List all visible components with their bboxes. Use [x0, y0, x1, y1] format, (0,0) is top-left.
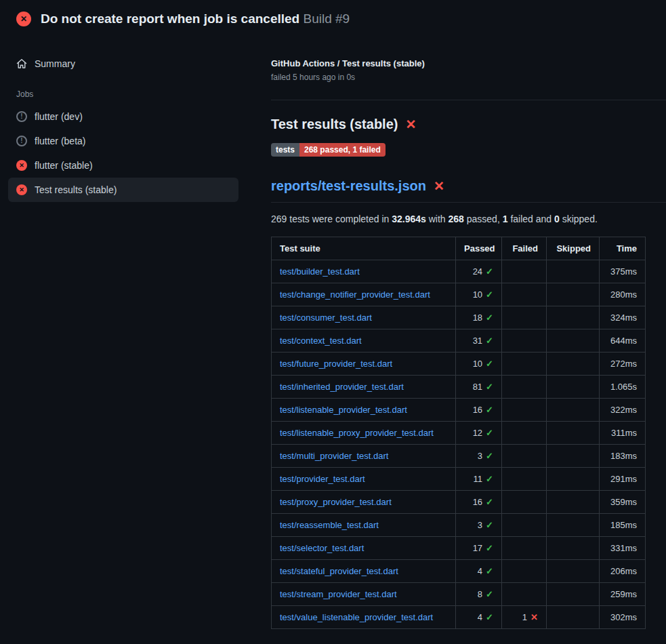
report-file-link[interactable]: reports/test-results.json	[271, 178, 426, 194]
failed-cell	[502, 514, 547, 537]
test-suite-link[interactable]: test/multi_provider_test.dart	[280, 451, 388, 461]
test-suite-link[interactable]: test/value_listenable_provider_test.dart	[280, 612, 433, 622]
test-suite-link[interactable]: test/stateful_provider_test.dart	[280, 566, 398, 576]
suite-cell: test/future_provider_test.dart	[272, 353, 456, 376]
skipped-cell	[547, 606, 600, 629]
table-row: test/inherited_provider_test.dart81✓1.06…	[272, 376, 646, 399]
table-row: test/provider_test.dart11✓291ms	[272, 468, 646, 491]
test-suite-link[interactable]: test/reassemble_test.dart	[280, 520, 379, 530]
passed-cell-count: 17	[473, 543, 482, 553]
sidebar-item-flutter-stable[interactable]: ✕ flutter (stable)	[8, 153, 238, 178]
run-status-line: failed 5 hours ago in 0s	[271, 73, 666, 82]
suite-cell: test/proxy_provider_test.dart	[272, 491, 456, 514]
skipped-cell	[547, 306, 600, 329]
section-title-text: Test results (stable)	[271, 117, 398, 132]
warning-icon: !	[16, 136, 27, 146]
summary-text: failed and	[508, 214, 555, 224]
sidebar-item-flutter-dev[interactable]: ! flutter (dev)	[8, 104, 238, 129]
suite-cell: test/stream_provider_test.dart	[272, 583, 456, 606]
test-suite-link[interactable]: test/context_test.dart	[280, 336, 362, 346]
failed-cell-count: 1	[522, 612, 527, 622]
skipped-cell	[547, 376, 600, 399]
sidebar: Summary Jobs ! flutter (dev) ! flutter (…	[0, 35, 249, 202]
test-suite-link[interactable]: test/listenable_provider_test.dart	[280, 405, 407, 415]
time-cell: 1.065s	[600, 376, 646, 399]
passed-cell-count: 3	[478, 520, 482, 530]
passed-cell-count: 11	[474, 474, 483, 484]
x-glyph: ✕	[19, 187, 24, 193]
check-icon: ✓	[486, 289, 493, 300]
check-icon: ✓	[486, 405, 493, 415]
test-suite-link[interactable]: test/builder_test.dart	[280, 266, 360, 277]
table-row: test/selector_test.dart17✓331ms	[272, 537, 646, 560]
check-icon: ✓	[486, 266, 493, 277]
check-icon: ✓	[486, 520, 493, 530]
failed-cell	[502, 560, 547, 583]
passed-cell-count: 3	[478, 451, 482, 461]
failed-cell	[502, 491, 547, 514]
sidebar-item-flutter-beta[interactable]: ! flutter (beta)	[8, 129, 238, 153]
column-header-failed: Failed	[502, 237, 547, 260]
test-suite-link[interactable]: test/listenable_proxy_provider_test.dart	[280, 428, 434, 438]
badge-label: tests	[271, 143, 299, 157]
check-icon: ✓	[486, 474, 493, 484]
test-suite-link[interactable]: test/consumer_test.dart	[280, 313, 372, 323]
time-cell: 359ms	[600, 491, 646, 514]
tests-status-badge: tests 268 passed, 1 failed	[271, 143, 386, 157]
check-icon: ✓	[486, 497, 493, 507]
divider	[271, 100, 666, 100]
x-glyph: ✕	[19, 163, 24, 169]
test-suite-link[interactable]: test/provider_test.dart	[280, 474, 365, 484]
jobs-section-label: Jobs	[16, 89, 238, 99]
warning-glyph: !	[20, 113, 22, 120]
suite-cell: test/change_notifier_provider_test.dart	[272, 283, 456, 306]
check-icon: ✓	[486, 451, 493, 461]
skipped-cell	[547, 399, 600, 422]
section-title: Test results (stable) ✕	[271, 117, 666, 132]
table-row: test/consumer_test.dart18✓324ms	[272, 306, 646, 329]
suite-cell: test/value_listenable_provider_test.dart	[272, 606, 456, 629]
failed-cell	[502, 283, 547, 306]
failed-cell	[502, 260, 547, 283]
test-suite-link[interactable]: test/inherited_provider_test.dart	[280, 382, 404, 392]
passed-cell: 4✓	[456, 560, 502, 583]
suite-cell: test/listenable_provider_test.dart	[272, 399, 456, 422]
skipped-cell	[547, 468, 600, 491]
sidebar-item-summary[interactable]: Summary	[8, 52, 238, 76]
test-suite-link[interactable]: test/change_notifier_provider_test.dart	[280, 289, 430, 300]
build-failed-icon: ✕	[16, 12, 31, 26]
test-suite-link[interactable]: test/proxy_provider_test.dart	[280, 497, 392, 507]
time-cell: 322ms	[600, 399, 646, 422]
skipped-cell	[547, 491, 600, 514]
suite-cell: test/consumer_test.dart	[272, 306, 456, 329]
passed-cell-count: 4	[478, 566, 482, 576]
sidebar-item-label: Summary	[35, 58, 75, 69]
passed-cell: 17✓	[456, 537, 502, 560]
time-cell: 302ms	[600, 606, 646, 629]
passed-cell: 12✓	[456, 422, 502, 445]
time-cell: 375ms	[600, 260, 646, 283]
time-cell: 280ms	[600, 283, 646, 306]
failed-cell	[502, 583, 547, 606]
build-title-text: Do not create report when job is cancell…	[41, 12, 299, 26]
check-icon: ✓	[486, 359, 493, 369]
sidebar-item-test-results-stable[interactable]: ✕ Test results (stable)	[8, 178, 238, 202]
summary-text: with	[426, 214, 449, 224]
check-icon: ✓	[486, 612, 493, 622]
main-content: GitHub Actions / Test results (stable) f…	[249, 35, 666, 629]
test-suite-link[interactable]: test/selector_test.dart	[280, 543, 364, 553]
summary-line: 269 tests were completed in 32.964s with…	[271, 214, 666, 224]
suite-cell: test/stateful_provider_test.dart	[272, 560, 456, 583]
skipped-cell	[547, 260, 600, 283]
suite-cell: test/selector_test.dart	[272, 537, 456, 560]
passed-cell: 11✓	[456, 468, 502, 491]
failed-cell	[502, 353, 547, 376]
test-suite-link[interactable]: test/future_provider_test.dart	[280, 359, 392, 369]
sidebar-item-label: Test results (stable)	[35, 184, 117, 195]
failed-cell: 1✕	[502, 606, 547, 629]
passed-cell: 10✓	[456, 283, 502, 306]
summary-text: 269 tests were completed in	[271, 214, 392, 224]
table-row: test/listenable_provider_test.dart16✓322…	[272, 399, 646, 422]
test-suite-link[interactable]: test/stream_provider_test.dart	[280, 589, 397, 599]
passed-cell: 18✓	[456, 306, 502, 329]
